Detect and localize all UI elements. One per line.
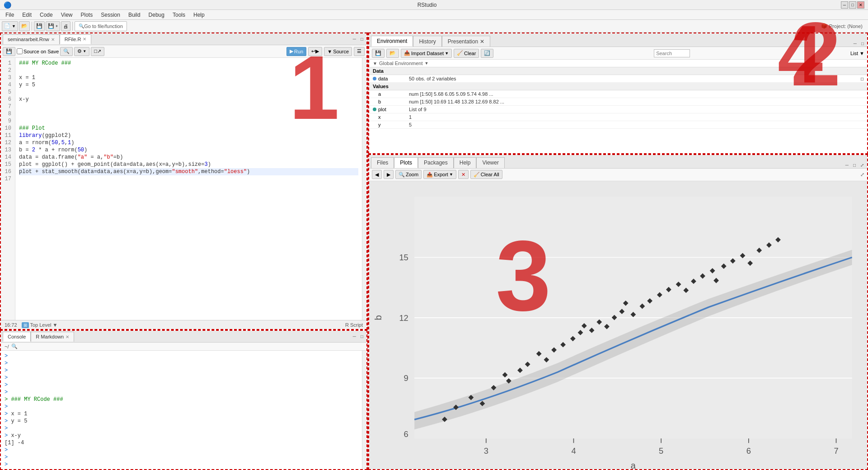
save-env-btn[interactable]: 💾 xyxy=(372,49,385,58)
save-editor-btn[interactable]: 💾 xyxy=(3,47,15,56)
tab-seminararbeit[interactable]: seminararbeit.Rnw ✕ xyxy=(3,34,60,44)
editor-settings-btn[interactable]: ⚙▼ xyxy=(74,47,89,56)
title-bar: 🔵 RStudio ─ □ ✕ xyxy=(0,0,868,10)
env-minimize-btn[interactable]: ─ xyxy=(852,41,858,47)
editor-scrollbar[interactable] xyxy=(362,58,366,320)
env-data-name: data xyxy=(373,76,409,81)
x-tick-3: 5 xyxy=(659,446,663,455)
menu-file[interactable]: File xyxy=(2,11,18,19)
source-btn[interactable]: ▼ Source xyxy=(324,47,352,56)
close-presentation-btn[interactable]: ✕ xyxy=(480,38,484,45)
env-x-value: 1 xyxy=(409,114,863,120)
save-icon: 💾 xyxy=(36,23,42,29)
tab-help[interactable]: Help xyxy=(454,157,477,168)
code-area[interactable]: 12345 678910 1112131415 1617 ### MY RCod… xyxy=(1,58,366,320)
plot-fullscreen-btn[interactable]: ⤢ xyxy=(859,162,865,168)
re-run-btn[interactable]: ↩▶ xyxy=(308,47,322,56)
y-axis-label: b xyxy=(373,315,383,320)
go-to-file-btn[interactable]: 🔍 Go to file/function xyxy=(75,21,127,31)
env-row-data: data 50 obs. of 2 variables □ xyxy=(369,75,867,83)
env-row-plot: plot List of 9 xyxy=(369,106,867,113)
tab-viewer-label: Viewer xyxy=(482,160,498,166)
plot-publish-btn[interactable]: ⤢ xyxy=(860,171,864,178)
editor-minimize-btn[interactable]: ─ xyxy=(352,36,357,42)
code-content[interactable]: ### MY RCode ### x = 1 y = 5 x-y ### Plo… xyxy=(15,58,362,320)
export-btn[interactable]: 📤 Export ▼ xyxy=(423,170,456,179)
next-plot-btn[interactable]: ▶ xyxy=(384,170,394,179)
close-btn[interactable]: ✕ xyxy=(857,1,864,9)
env-row-b: b num [1:50] 10.69 11.48 13.28 12.69 8.8… xyxy=(369,98,867,106)
close-rmarkdown-btn[interactable]: ✕ xyxy=(66,334,69,339)
expand-data-btn[interactable]: □ xyxy=(861,76,863,81)
console-maximize-btn[interactable]: □ xyxy=(359,334,365,339)
env-maximize-btn[interactable]: □ xyxy=(860,41,865,47)
clear-env-btn[interactable]: 🧹 Clear xyxy=(454,49,479,58)
project-icon: 📦 xyxy=(821,23,827,29)
save-all-btn[interactable]: 💾+ xyxy=(46,21,60,31)
tab-rfile[interactable]: RFile.R ✕ xyxy=(60,34,92,44)
editor-tab-bar: seminararbeit.Rnw ✕ RFile.R ✕ ─ □ xyxy=(1,33,366,45)
env-pane: 2 Environment History Presentation ✕ ─ □ xyxy=(368,33,868,154)
tab-files-label: Files xyxy=(377,160,388,166)
print-btn[interactable]: 🖨 xyxy=(61,21,70,31)
console-minimize-btn[interactable]: ─ xyxy=(352,334,357,339)
editor-pane: 1 seminararbeit.Rnw ✕ RFile.R ✕ ─ □ 💾 xyxy=(0,33,367,330)
source-on-save-checkbox[interactable] xyxy=(17,48,23,54)
tab-presentation-label: Presentation xyxy=(448,38,478,45)
open-icon: 📂 xyxy=(21,23,28,29)
source-on-save-label[interactable]: Source on Save xyxy=(17,48,59,54)
open-file-btn[interactable]: 📂 xyxy=(19,21,30,31)
main-layout: 1 seminararbeit.Rnw ✕ RFile.R ✕ ─ □ 💾 xyxy=(0,33,868,470)
tab-history[interactable]: History xyxy=(413,36,441,47)
tab-files[interactable]: Files xyxy=(371,157,394,168)
close-seminararbeit-btn[interactable]: ✕ xyxy=(51,37,55,42)
menu-debug[interactable]: Debug xyxy=(145,11,168,19)
plot-minimize-btn[interactable]: ─ xyxy=(844,162,850,168)
export-dropdown-icon: ▼ xyxy=(449,172,453,177)
tab-plots[interactable]: Plots xyxy=(394,157,418,168)
maximize-btn[interactable]: □ xyxy=(849,1,856,9)
delete-plot-btn[interactable]: ✕ xyxy=(458,170,469,179)
menu-build[interactable]: Build xyxy=(125,11,144,19)
clear-all-btn[interactable]: 🧹 Clear All xyxy=(470,170,502,179)
menu-code[interactable]: Code xyxy=(36,11,56,19)
import-dataset-btn[interactable]: 📥 Import Dataset ▼ xyxy=(401,49,452,58)
save-btn[interactable]: 💾 xyxy=(34,21,45,31)
console-scrollbar[interactable] xyxy=(362,351,366,469)
menu-view[interactable]: View xyxy=(57,11,76,19)
tab-packages[interactable]: Packages xyxy=(418,157,454,168)
minimize-btn[interactable]: ─ xyxy=(841,1,848,9)
menu-session[interactable]: Session xyxy=(97,11,124,19)
load-env-btn[interactable]: 📂 xyxy=(386,49,399,58)
editor-maximize-btn[interactable]: □ xyxy=(359,36,365,42)
tab-presentation[interactable]: Presentation ✕ xyxy=(442,36,490,47)
menu-tools[interactable]: Tools xyxy=(169,11,189,19)
list-view-btn[interactable]: List ▼ xyxy=(850,50,864,56)
x-tick-4: 6 xyxy=(746,446,751,455)
env-y-name: y xyxy=(373,122,409,127)
line-numbers: 12345 678910 1112131415 1617 xyxy=(1,58,15,320)
env-b-label: b xyxy=(378,99,381,104)
tab-console[interactable]: Console xyxy=(3,332,31,342)
show-in-new-window-btn[interactable]: □↗ xyxy=(91,47,104,56)
plot-maximize-btn[interactable]: □ xyxy=(852,162,857,168)
refresh-env-btn[interactable]: 🔄 xyxy=(481,49,493,58)
editor-options-btn[interactable]: ☰ xyxy=(354,47,365,56)
menu-help[interactable]: Help xyxy=(190,11,208,19)
menu-edit[interactable]: Edit xyxy=(19,11,35,19)
new-file-btn[interactable]: 📄 ▼ xyxy=(2,21,18,31)
global-env-bar[interactable]: ▼ Global Environment ▼ xyxy=(369,60,867,67)
search-editor-btn[interactable]: 🔍 xyxy=(60,47,73,56)
menu-plots[interactable]: Plots xyxy=(77,11,97,19)
console-content[interactable]: > > > > > > > ### MY RCode ### > > x = 1… xyxy=(1,351,362,469)
tab-viewer[interactable]: Viewer xyxy=(476,157,504,168)
zoom-btn[interactable]: 🔍 Zoom xyxy=(395,170,422,179)
tab-rmarkdown[interactable]: R Markdown ✕ xyxy=(31,332,74,342)
window-controls[interactable]: ─ □ ✕ xyxy=(841,1,864,9)
tab-packages-label: Packages xyxy=(424,160,448,166)
tab-environment[interactable]: Environment xyxy=(371,36,413,47)
env-search-input[interactable] xyxy=(654,49,690,57)
prev-plot-btn[interactable]: ◀ xyxy=(372,170,382,179)
close-rfile-btn[interactable]: ✕ xyxy=(83,37,86,42)
run-btn[interactable]: ▶ Run xyxy=(286,47,306,56)
